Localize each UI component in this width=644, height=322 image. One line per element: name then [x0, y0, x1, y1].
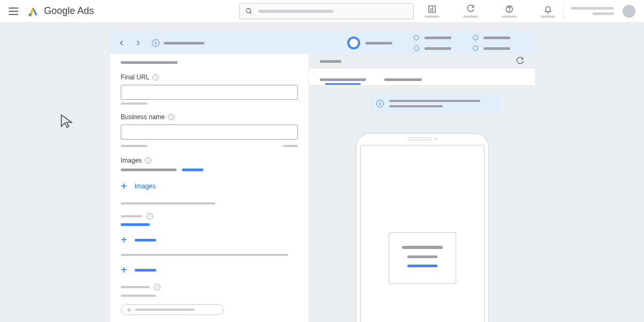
images-label: Images ?: [121, 157, 298, 164]
stepper-title: [164, 42, 204, 45]
refresh-button[interactable]: [463, 5, 478, 18]
info-icon: i: [376, 100, 384, 107]
refresh-icon: [466, 5, 475, 13]
step-item[interactable]: [414, 46, 451, 51]
char-counter: [283, 145, 298, 147]
preview-panel: i: [309, 54, 535, 322]
divider: [563, 4, 564, 19]
preview-tab-mobile[interactable]: [320, 78, 366, 85]
plus-icon: +: [127, 305, 131, 314]
preview-tab-desktop[interactable]: [384, 78, 422, 85]
notifications-button[interactable]: [540, 5, 555, 18]
helper-text: [121, 145, 148, 147]
brand-name: Google Ads: [44, 5, 94, 17]
helper-text: [121, 103, 148, 105]
help-icon: [505, 5, 514, 13]
preview-refresh-button[interactable]: [516, 57, 524, 65]
reports-button[interactable]: [425, 5, 440, 18]
bell-icon: [544, 5, 552, 13]
plus-icon: +: [121, 265, 127, 275]
step-item[interactable]: [473, 35, 510, 40]
search-icon: [245, 8, 253, 15]
help-icon[interactable]: ?: [152, 74, 159, 80]
svg-point-0: [29, 13, 32, 16]
sub-label: [121, 286, 150, 288]
svg-line-2: [250, 12, 252, 13]
help-icon[interactable]: ?: [168, 114, 174, 120]
help-icon[interactable]: ?: [154, 284, 160, 290]
ad-preview-card: [389, 232, 456, 284]
plus-icon: +: [121, 235, 127, 245]
search-input[interactable]: [239, 3, 414, 19]
top-bar: Google Ads: [0, 0, 644, 23]
section-heading: [121, 61, 178, 64]
preview-title: [320, 60, 341, 63]
step-item[interactable]: [414, 35, 451, 40]
section-divider-text: [121, 202, 215, 204]
add-pill-button[interactable]: +: [121, 304, 224, 315]
final-url-input[interactable]: [121, 85, 298, 100]
cursor-icon: [60, 114, 74, 130]
account-selector[interactable]: [571, 7, 614, 15]
business-name-label: Business name ?: [121, 113, 298, 121]
add-images-button[interactable]: + Images: [121, 181, 298, 192]
images-link[interactable]: [182, 169, 203, 171]
sub-link[interactable]: [121, 223, 150, 226]
help-icon[interactable]: ?: [145, 157, 151, 164]
preview-info-banner: i: [370, 94, 501, 113]
help-button[interactable]: [502, 5, 517, 18]
editor-canvas: i Final URL ?: [110, 32, 535, 322]
step-current[interactable]: [347, 36, 392, 49]
menu-icon[interactable]: [9, 8, 18, 15]
bar-chart-icon: [428, 5, 436, 13]
forward-button[interactable]: [135, 39, 141, 47]
sub-hint: [121, 295, 156, 297]
svg-point-1: [246, 8, 251, 12]
section-divider-text: [121, 254, 288, 256]
business-name-input[interactable]: [121, 125, 298, 140]
step-item[interactable]: [473, 46, 510, 51]
sub-label: [121, 215, 142, 217]
info-icon[interactable]: i: [152, 39, 159, 47]
avatar[interactable]: [623, 5, 635, 18]
top-actions: [425, 5, 555, 18]
add-item-button[interactable]: +: [121, 265, 298, 275]
form-panel: Final URL ? Business name ? Images ?: [110, 54, 309, 322]
preview-tabs: [309, 69, 535, 85]
images-hint: [121, 169, 177, 171]
phone-mockup: [356, 133, 489, 322]
add-item-button[interactable]: +: [121, 235, 298, 245]
svg-rect-3: [429, 6, 435, 12]
back-button[interactable]: [119, 39, 125, 47]
stepper-bar: i: [110, 32, 535, 54]
svg-point-7: [509, 10, 510, 11]
plus-icon: +: [121, 181, 127, 192]
google-ads-logo-icon: [28, 6, 39, 17]
help-icon[interactable]: ?: [147, 213, 153, 219]
final-url-label: Final URL ?: [121, 74, 298, 81]
